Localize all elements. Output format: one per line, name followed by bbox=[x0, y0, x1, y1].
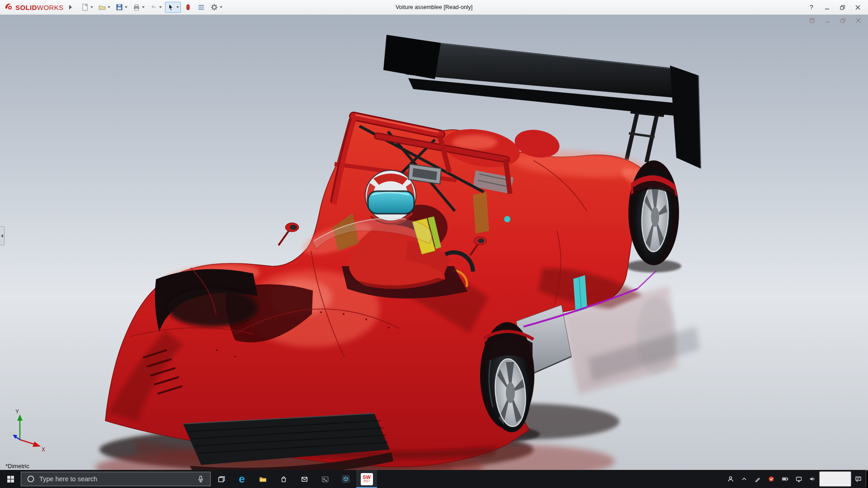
minimize-icon bbox=[825, 5, 830, 10]
y-axis-label: Y bbox=[15, 408, 19, 415]
gear-icon bbox=[210, 3, 218, 11]
edge-icon: e bbox=[239, 474, 245, 484]
view-orientation-label: *Dimetric bbox=[5, 463, 29, 469]
mail-icon bbox=[301, 475, 308, 483]
doc-minimize-button[interactable] bbox=[823, 17, 832, 24]
start-button[interactable] bbox=[0, 470, 21, 488]
doc-close-button[interactable] bbox=[854, 17, 863, 24]
dock-icon bbox=[810, 18, 815, 23]
undo-button[interactable] bbox=[148, 2, 164, 13]
clock-time: 1:07 PM bbox=[824, 472, 847, 479]
display-pane-icon bbox=[197, 3, 205, 11]
rebuild-button[interactable] bbox=[182, 2, 194, 13]
pen-icon bbox=[754, 475, 761, 483]
antivirus-button[interactable] bbox=[764, 470, 778, 488]
close-icon bbox=[856, 18, 861, 23]
save-icon bbox=[115, 3, 123, 11]
command-prompt-button[interactable] bbox=[315, 470, 335, 488]
brand-works: WORKS bbox=[37, 4, 64, 11]
network-icon bbox=[795, 475, 802, 483]
minimize-button[interactable] bbox=[820, 2, 834, 13]
store-button[interactable] bbox=[273, 470, 294, 488]
taskbar: Type here to search e bbox=[0, 470, 868, 488]
person-icon bbox=[727, 475, 734, 483]
open-button[interactable] bbox=[96, 2, 112, 13]
open-folder-icon bbox=[98, 3, 106, 11]
display-pane-button[interactable] bbox=[195, 2, 207, 13]
restore-icon bbox=[840, 5, 845, 10]
rear-wheel bbox=[628, 160, 679, 265]
mail-button[interactable] bbox=[294, 470, 315, 488]
undo-icon bbox=[150, 3, 158, 11]
x-axis-label: X bbox=[42, 446, 45, 453]
task-view-button[interactable] bbox=[211, 470, 231, 488]
search-placeholder: Type here to search bbox=[39, 475, 97, 483]
menu-flyout-arrow-icon[interactable] bbox=[69, 5, 72, 10]
screen: SOLIDWORKS bbox=[0, 0, 868, 488]
doc-dock-button[interactable] bbox=[807, 17, 816, 24]
new-document-button[interactable] bbox=[79, 2, 95, 13]
clock-date: 7/23/2018 bbox=[824, 479, 847, 486]
dropdown-caret[interactable] bbox=[176, 6, 179, 8]
hidden-icons-button[interactable] bbox=[737, 470, 751, 488]
edge-button[interactable]: e bbox=[231, 470, 252, 488]
chevron-up-icon bbox=[741, 475, 748, 483]
close-button[interactable] bbox=[851, 2, 864, 13]
dropdown-caret[interactable] bbox=[90, 6, 93, 8]
doc-restore-button[interactable] bbox=[838, 17, 847, 24]
file-explorer-icon bbox=[259, 475, 267, 483]
volume-button[interactable] bbox=[806, 470, 819, 488]
rebuild-icon bbox=[184, 3, 192, 11]
action-center-icon bbox=[854, 475, 862, 483]
panel-collapse-tab[interactable] bbox=[0, 226, 5, 245]
document-window-controls bbox=[807, 17, 863, 24]
dropdown-caret[interactable] bbox=[125, 6, 127, 8]
restore-button[interactable] bbox=[835, 2, 849, 13]
solidworks-2017-icon: SW 2017 bbox=[361, 473, 373, 485]
action-center-button[interactable] bbox=[851, 470, 865, 488]
microphone-icon[interactable] bbox=[197, 475, 205, 483]
ds-logo-icon bbox=[4, 2, 13, 13]
antivirus-icon bbox=[768, 475, 775, 483]
taskbar-clock[interactable]: 1:07 PM 7/23/2018 bbox=[819, 471, 851, 487]
pen-settings-button[interactable] bbox=[751, 470, 764, 488]
show-desktop-button[interactable] bbox=[865, 470, 868, 488]
cortana-icon bbox=[27, 475, 35, 483]
taskbar-search[interactable]: Type here to search bbox=[21, 472, 211, 486]
select-tool-button[interactable] bbox=[165, 2, 181, 13]
options-button[interactable] bbox=[208, 2, 224, 13]
system-tray: 1:07 PM 7/23/2018 bbox=[724, 470, 868, 488]
minimize-icon bbox=[825, 18, 830, 23]
scene-canvas: Y X bbox=[0, 15, 868, 470]
dropdown-caret[interactable] bbox=[220, 6, 222, 8]
people-button[interactable] bbox=[724, 470, 737, 488]
store-icon bbox=[280, 475, 288, 483]
windows-logo-icon bbox=[7, 475, 14, 483]
print-button[interactable] bbox=[131, 2, 146, 13]
battery-icon bbox=[781, 475, 789, 483]
solidworks-brand: SOLIDWORKS bbox=[15, 4, 64, 11]
print-icon bbox=[132, 3, 141, 11]
dropdown-caret[interactable] bbox=[142, 6, 145, 8]
brand-solid: SOLID bbox=[15, 4, 37, 11]
network-button[interactable] bbox=[792, 470, 806, 488]
solidworks-app-button[interactable]: SW 2017 bbox=[356, 470, 377, 488]
app-titlebar: SOLIDWORKS bbox=[0, 0, 868, 15]
volume-icon bbox=[809, 475, 816, 483]
task-view-icon bbox=[217, 475, 225, 483]
edrawings-icon bbox=[342, 475, 350, 483]
viewport-3d[interactable]: Y X bbox=[0, 15, 868, 470]
close-icon bbox=[855, 5, 860, 10]
select-cursor-icon bbox=[167, 3, 175, 11]
file-explorer-button[interactable] bbox=[252, 470, 273, 488]
battery-button[interactable] bbox=[778, 470, 792, 488]
command-prompt-icon bbox=[321, 475, 329, 483]
new-document-icon bbox=[81, 3, 89, 11]
dropdown-caret[interactable] bbox=[159, 6, 162, 8]
edrawings-button[interactable] bbox=[335, 470, 356, 488]
teal-detail bbox=[504, 216, 510, 222]
restore-icon bbox=[840, 18, 845, 23]
save-button[interactable] bbox=[113, 2, 129, 13]
help-button[interactable]: ? bbox=[805, 2, 818, 13]
dropdown-caret[interactable] bbox=[108, 6, 110, 8]
